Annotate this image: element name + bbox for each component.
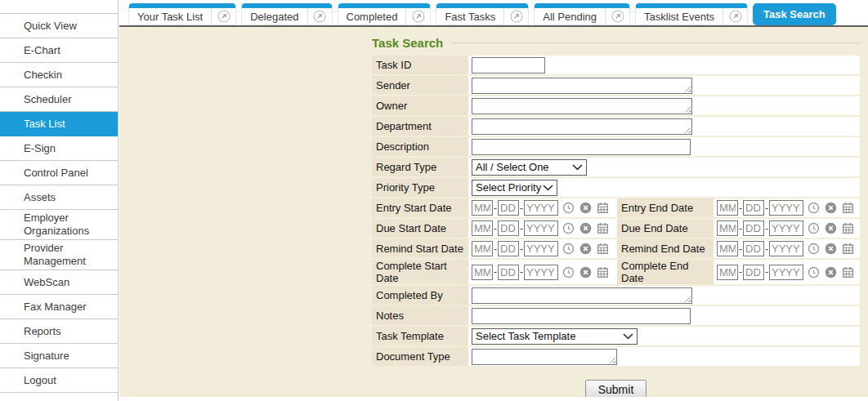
task-template-select[interactable]: Select Task Template [472, 328, 638, 345]
form-row-entry-dates: Entry Start Date -- Entry End Date -- [372, 198, 860, 217]
calendar-icon[interactable] [597, 243, 610, 256]
day-input[interactable] [743, 200, 764, 216]
sidebar-item-checkin[interactable]: Checkin [0, 63, 118, 87]
popout-icon[interactable] [723, 8, 747, 25]
field-label: Due End Date [617, 219, 714, 238]
sidebar-item-signature[interactable]: Signature [0, 344, 118, 368]
content-panel: Task Search Task ID Sender Owner [119, 27, 868, 397]
clock-icon[interactable] [562, 265, 575, 278]
popout-icon[interactable] [503, 8, 528, 25]
clear-date-icon[interactable] [579, 202, 593, 215]
month-input[interactable] [472, 221, 493, 236]
clock-icon[interactable] [808, 265, 821, 278]
chevron-down-icon [572, 164, 583, 171]
tab-task-search[interactable]: Task Search [753, 3, 836, 25]
form-row-task-template: Task Template Select Task Template [372, 327, 860, 345]
year-input[interactable] [769, 221, 803, 236]
month-input[interactable] [717, 265, 738, 280]
popout-icon[interactable] [605, 8, 629, 25]
submit-button[interactable]: Submit [585, 380, 647, 397]
sidebar-item-reports[interactable]: Reports [0, 319, 118, 344]
calendar-icon[interactable] [597, 265, 610, 278]
calendar-icon[interactable] [597, 202, 610, 215]
priority-type-select[interactable]: Select Priority [472, 180, 557, 196]
year-input[interactable] [524, 265, 558, 280]
sidebar-item-provider-management[interactable]: Provider Management [0, 240, 118, 270]
tab-completed[interactable]: Completed [338, 3, 432, 25]
field-label: Entry Start Date [372, 198, 468, 217]
form-row-department: Department [372, 117, 860, 136]
day-input[interactable] [743, 265, 764, 280]
clear-date-icon[interactable] [825, 243, 838, 256]
year-input[interactable] [524, 200, 558, 216]
notes-input[interactable] [472, 308, 691, 324]
regard-type-select[interactable]: All / Select One [472, 159, 587, 176]
clear-date-icon[interactable] [825, 222, 838, 235]
sidebar-item-e-chart[interactable]: E-Chart [0, 38, 118, 63]
completed-by-input[interactable] [472, 287, 692, 304]
tab-fast-tasks[interactable]: Fast Tasks [436, 3, 529, 25]
clear-date-icon[interactable] [825, 265, 838, 278]
sidebar-item-control-panel[interactable]: Control Panel [0, 161, 118, 185]
clock-icon[interactable] [808, 202, 821, 215]
sidebar-item-quick-view[interactable]: Quick View [0, 14, 118, 38]
popout-icon[interactable] [211, 8, 235, 25]
sidebar-item-webscan[interactable]: WebScan [0, 270, 118, 295]
sender-input[interactable] [472, 78, 692, 94]
clear-date-icon[interactable] [579, 243, 593, 256]
day-input[interactable] [498, 265, 519, 280]
tab-your-task-list[interactable]: Your Task List [128, 3, 236, 25]
tab-tasklist-events[interactable]: Tasklist Events [635, 3, 748, 25]
month-input[interactable] [717, 200, 738, 216]
clock-icon[interactable] [562, 222, 575, 235]
calendar-icon[interactable] [842, 243, 855, 256]
year-input[interactable] [769, 200, 803, 216]
year-input[interactable] [524, 221, 558, 236]
tab-label: Task Search [763, 8, 825, 20]
year-input[interactable] [769, 265, 803, 280]
day-input[interactable] [743, 241, 764, 256]
month-input[interactable] [472, 265, 493, 280]
field-label: Due Start Date [372, 219, 468, 238]
year-input[interactable] [524, 241, 558, 256]
month-input[interactable] [717, 241, 738, 256]
calendar-icon[interactable] [842, 202, 855, 215]
form-row-priority-type: Priority Type Select Priority [372, 178, 860, 197]
month-input[interactable] [472, 241, 493, 256]
clock-icon[interactable] [562, 202, 575, 215]
day-input[interactable] [743, 221, 764, 236]
calendar-icon[interactable] [597, 222, 610, 235]
sidebar-item-e-sign[interactable]: E-Sign [0, 136, 118, 161]
day-input[interactable] [498, 241, 519, 256]
sidebar-item-task-list[interactable]: Task List [0, 112, 118, 136]
month-input[interactable] [717, 221, 738, 236]
owner-input[interactable] [472, 98, 692, 114]
sidebar-item-assets[interactable]: Assets [0, 185, 118, 210]
month-input[interactable] [472, 200, 493, 216]
selected-option: Select Task Template [476, 330, 575, 342]
task-id-input[interactable] [472, 57, 545, 74]
year-input[interactable] [769, 241, 803, 256]
sidebar-item-scheduler[interactable]: Scheduler [0, 87, 118, 112]
form-row-regard-type: Regard Type All / Select One [372, 158, 860, 176]
sidebar-item-fax-manager[interactable]: Fax Manager [0, 295, 118, 319]
sidebar-item-logout[interactable]: Logout [0, 368, 118, 393]
day-input[interactable] [498, 200, 519, 216]
document-type-input[interactable] [472, 349, 617, 365]
tab-all-pending[interactable]: All Pending [534, 3, 630, 25]
department-input[interactable] [472, 118, 692, 135]
popout-icon[interactable] [307, 8, 332, 25]
clear-date-icon[interactable] [825, 202, 838, 215]
calendar-icon[interactable] [842, 222, 855, 235]
clear-date-icon[interactable] [579, 265, 593, 278]
description-input[interactable] [472, 139, 691, 155]
clear-date-icon[interactable] [579, 222, 593, 235]
sidebar-item-employer-organizations[interactable]: Employer Organizations [0, 210, 118, 240]
calendar-icon[interactable] [842, 265, 855, 278]
tab-delegated[interactable]: Delegated [241, 3, 332, 25]
clock-icon[interactable] [808, 243, 821, 256]
clock-icon[interactable] [562, 243, 575, 256]
day-input[interactable] [498, 221, 519, 236]
clock-icon[interactable] [808, 222, 821, 235]
popout-icon[interactable] [405, 8, 430, 25]
